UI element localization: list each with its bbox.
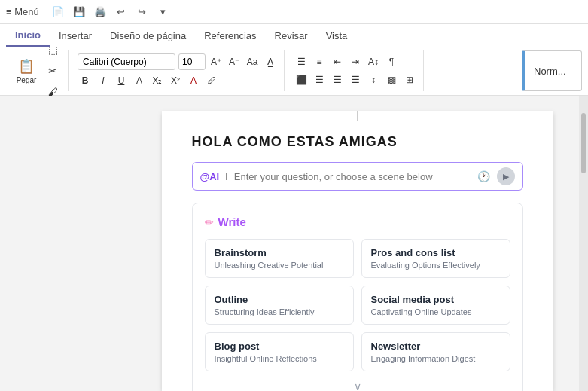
align-right-button[interactable]: ☰ [330,72,345,87]
ai-history-icon[interactable]: 🕐 [476,168,492,185]
blog-post-subtitle: Insightful Online Reflections [215,354,344,363]
document-page: HOLA COMO ESTAS AMIGAS @AI I 🕐 ▶ ✏ Write [162,111,553,391]
font-decrease-button[interactable]: A⁻ [227,54,242,69]
font-increase-button[interactable]: A⁺ [209,54,224,69]
right-scrollbar[interactable] [579,96,588,391]
copy-icon: ⬚ [48,44,58,56]
sort-button[interactable]: A↕ [366,54,381,69]
ai-label: @AI [200,171,220,182]
underline-button[interactable]: U [114,73,129,88]
newsletter-title: Newsletter [371,341,501,352]
chevron-down-icon[interactable]: ∨ [354,380,361,391]
normal-style-box[interactable]: Norm... [522,50,582,91]
outline-card[interactable]: Outline Structuring Ideas Efficiently [205,286,354,325]
ai-icons: 🕐 ▶ [476,167,515,185]
ai-question-input[interactable] [234,171,470,182]
ai-send-icon: ▶ [503,172,509,182]
page-marker [357,111,358,121]
social-media-title: Social media post [371,294,501,305]
menu-button[interactable]: ≡ Menú [6,6,39,17]
pros-cons-card[interactable]: Pros and cons list Evaluating Options Ef… [361,239,510,278]
font-size-input[interactable] [178,53,206,70]
copy-button[interactable]: ⬚ [44,41,62,59]
social-media-card[interactable]: Social media post Captivating Online Upd… [361,286,510,325]
save-icon[interactable]: 💾 [72,5,86,19]
document-title: HOLA COMO ESTAS AMIGAS [192,134,523,150]
write-cards-grid: Brainstorm Unleashing Creative Potential… [205,239,510,371]
paste-icon: 📋 [18,58,35,75]
print-icon[interactable]: 🖨️ [93,5,107,19]
clear-format-button[interactable]: A̲ [263,54,278,69]
cursor-text: I [225,171,228,182]
bullet-list-button[interactable]: ☰ [294,54,309,69]
tab-diseno[interactable]: Diseño de página [101,24,195,47]
strikethrough-button[interactable]: A [132,73,147,88]
bold-button[interactable]: B [78,73,93,88]
align-left-button[interactable]: ⬛ [294,72,309,87]
show-marks-button[interactable]: ¶ [384,54,399,69]
line-spacing-button[interactable]: ↕ [366,72,381,87]
ribbon-tabs: Inicio Insertar Diseño de página Referen… [0,24,588,47]
brainstorm-subtitle: Unleashing Creative Potential [215,261,344,270]
superscript-button[interactable]: X² [168,73,183,88]
title-bar-icons: 📄 💾 🖨️ ↩ ↪ ▾ [51,5,170,19]
brainstorm-title: Brainstorm [215,247,344,258]
subscript-button[interactable]: X₂ [150,73,165,88]
outline-title: Outline [215,294,344,305]
newsletter-subtitle: Engaging Information Digest [371,354,501,363]
write-title: Write [218,215,246,228]
chevron-row: ∨ [205,380,510,391]
pros-cons-subtitle: Evaluating Options Effectively [371,261,501,270]
write-panel: ✏ Write Brainstorm Unleashing Creative P… [192,203,523,391]
scrollbar-thumb[interactable] [581,113,586,173]
highlight-button[interactable]: 🖊 [204,73,219,88]
write-header: ✏ Write [205,215,510,228]
document-area: HOLA COMO ESTAS AMIGAS @AI I 🕐 ▶ ✏ Write [136,96,579,391]
clipboard-group: 📋 Pegar ⬚ ✂ 🖌 [6,50,69,91]
paste-button[interactable]: 📋 Pegar [12,52,41,90]
redo-icon[interactable]: ↪ [136,5,149,19]
ai-input-container[interactable]: @AI I 🕐 ▶ [192,162,523,191]
newsletter-card[interactable]: Newsletter Engaging Information Digest [361,332,510,371]
pros-cons-title: Pros and cons list [371,247,501,258]
numbered-list-button[interactable]: ≡ [312,54,327,69]
social-media-subtitle: Captivating Online Updates [371,307,501,316]
undo-icon[interactable]: ↩ [114,5,128,19]
blog-post-card[interactable]: Blog post Insightful Online Reflections [205,332,354,371]
ai-send-button[interactable]: ▶ [497,167,515,185]
tab-vista[interactable]: Vista [317,24,357,47]
align-center-button[interactable]: ☰ [312,72,327,87]
font-group: A⁺ A⁻ Aа A̲ B I U A X₂ X² A 🖊 [72,50,285,91]
indent-increase-button[interactable]: ⇥ [348,54,363,69]
title-bar: ≡ Menú 📄 💾 🖨️ ↩ ↪ ▾ [0,0,588,24]
cut-button[interactable]: ✂ [44,62,62,80]
left-panel [0,96,136,391]
dropdown-icon[interactable]: ▾ [157,5,170,19]
indent-decrease-button[interactable]: ⇤ [330,54,345,69]
change-case-button[interactable]: Aа [245,54,260,69]
font-color-button[interactable]: A [186,73,201,88]
brainstorm-card[interactable]: Brainstorm Unleashing Creative Potential [205,239,354,278]
new-doc-icon[interactable]: 📄 [51,5,65,19]
borders-button[interactable]: ⊞ [402,72,417,87]
blog-post-title: Blog post [215,341,344,352]
font-family-input[interactable] [78,53,175,70]
paragraph-group: ☰ ≡ ⇤ ⇥ A↕ ¶ ⬛ ☰ ☰ ☰ ↕ ▩ ⊞ [288,50,424,91]
outline-subtitle: Structuring Ideas Efficiently [215,307,344,316]
tab-revisar[interactable]: Revisar [266,24,317,47]
cut-icon: ✂ [48,65,57,77]
write-pencil-icon: ✏ [205,216,214,228]
main-area: HOLA COMO ESTAS AMIGAS @AI I 🕐 ▶ ✏ Write [0,96,588,391]
tab-referencias[interactable]: Referencias [195,24,265,47]
justify-button[interactable]: ☰ [348,72,363,87]
italic-button[interactable]: I [96,73,111,88]
ribbon-toolbar: 📋 Pegar ⬚ ✂ 🖌 A⁺ A⁻ Aа A̲ [0,47,588,96]
shading-button[interactable]: ▩ [384,72,399,87]
